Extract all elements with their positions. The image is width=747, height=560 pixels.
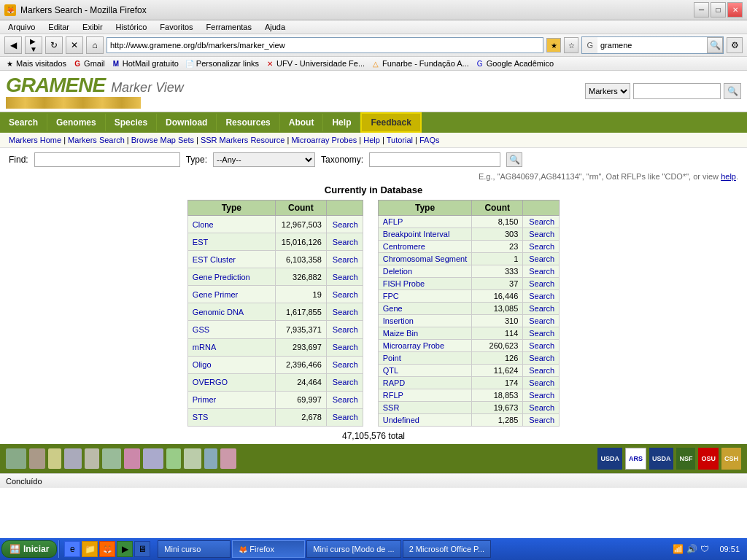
media-icon[interactable]: ▶ [117, 541, 133, 557]
close-btn[interactable]: ✕ [727, 2, 743, 18]
search-link[interactable]: Search [523, 278, 560, 290]
window-controls[interactable]: ─ □ ✕ [694, 2, 743, 18]
search-link[interactable]: Search [523, 389, 560, 402]
type-link[interactable]: Insertion [383, 316, 414, 325]
search-link[interactable]: Search [523, 265, 560, 278]
type-link[interactable]: SSR [383, 403, 400, 412]
search-link[interactable]: Search [326, 216, 363, 233]
menu-exibir[interactable]: Exibir [80, 22, 105, 32]
menu-historico[interactable]: Histórico [114, 22, 150, 32]
type-link[interactable]: Gene [383, 304, 403, 313]
bookmark-google-scholar[interactable]: G Google Acadêmico [475, 58, 554, 69]
type-link[interactable]: RFLP [383, 391, 403, 400]
type-link[interactable]: RAPD [383, 378, 406, 387]
bookmark-star[interactable]: ☆ [564, 37, 578, 53]
taskbar-item-minicurso2[interactable]: Mini curso [Modo de ... [306, 540, 400, 558]
search-link[interactable]: Search [523, 352, 560, 365]
nav-species[interactable]: Species [106, 114, 157, 131]
bookmark-gmail[interactable]: G Gmail [72, 58, 105, 69]
bookmark-hotmail[interactable]: M HotMail gratuito [111, 58, 179, 69]
bookmark-ufv[interactable]: ✕ UFV - Universidade Fe... [265, 58, 365, 69]
search-link[interactable]: Search [523, 327, 560, 340]
search-link[interactable]: Search [523, 315, 560, 327]
search-link[interactable]: Search [326, 303, 363, 321]
search-link[interactable]: Search [326, 391, 363, 408]
type-select[interactable]: --Any-- [213, 152, 315, 167]
type-link[interactable]: GSS [193, 325, 209, 334]
breadcrumb-markers-home[interactable]: Markers Home [9, 136, 61, 144]
type-link[interactable]: Gene Primer [193, 290, 238, 299]
search-link[interactable]: Search [326, 338, 363, 356]
nav-search[interactable]: Search [0, 114, 47, 131]
type-link[interactable]: AFLP [383, 217, 403, 226]
nav-about[interactable]: About [280, 114, 324, 131]
nav-genomes[interactable]: Genomes [47, 114, 106, 131]
header-search-button[interactable]: 🔍 [724, 83, 741, 99]
search-link[interactable]: Search [523, 414, 560, 427]
breadcrumb-browse-map-sets[interactable]: Browse Map Sets [131, 136, 194, 144]
nav-feedback[interactable]: Feedback [360, 112, 421, 133]
breadcrumb-tutorial[interactable]: Tutorial [387, 136, 413, 144]
header-search-select[interactable]: Markers [585, 83, 630, 99]
menu-favoritos[interactable]: Favoritos [158, 22, 195, 32]
search-link[interactable]: Search [326, 356, 363, 373]
search-link[interactable]: Search [523, 228, 560, 241]
stop-button[interactable]: ✕ [66, 36, 83, 54]
search-link[interactable]: Search [523, 365, 560, 377]
type-link[interactable]: Chromosomal Segment [383, 254, 468, 263]
breadcrumb-ssr[interactable]: SSR Markers Resource [201, 136, 285, 144]
menu-editar[interactable]: Editar [46, 22, 71, 32]
forward-button[interactable]: ▶▼ [25, 36, 42, 54]
settings-icon[interactable]: ⚙ [727, 37, 743, 53]
type-link[interactable]: Gene Prediction [193, 273, 250, 281]
breadcrumb-microarray[interactable]: Microarray Probes [291, 136, 357, 144]
back-button[interactable]: ◀ [4, 36, 22, 54]
menu-ferramentas[interactable]: Ferramentas [204, 22, 254, 32]
search-link[interactable]: Search [326, 286, 363, 303]
home-button[interactable]: ⌂ [86, 36, 104, 54]
taskbar-item-firefox[interactable]: 🦊 Firefox [232, 540, 305, 558]
breadcrumb-faqs[interactable]: FAQs [419, 136, 440, 144]
find-input[interactable] [34, 152, 180, 167]
search-link[interactable]: Search [523, 216, 560, 228]
type-link[interactable]: EST [193, 238, 208, 246]
show-desktop-icon[interactable]: 🖥 [134, 541, 150, 557]
maximize-btn[interactable]: □ [711, 2, 726, 18]
header-search-input[interactable] [633, 83, 721, 99]
ie-icon[interactable]: e [64, 541, 80, 557]
type-link[interactable]: Point [383, 354, 401, 362]
search-link[interactable]: Search [326, 251, 363, 268]
type-link[interactable]: FPC [383, 292, 399, 300]
refresh-button[interactable]: ↻ [45, 36, 63, 54]
search-link[interactable]: Search [523, 290, 560, 303]
menu-ajuda[interactable]: Ajuda [263, 22, 287, 32]
menu-arquivo[interactable]: Arquivo [6, 22, 37, 32]
browser-search-button[interactable]: 🔍 [707, 37, 723, 53]
nav-download[interactable]: Download [157, 114, 217, 131]
search-link[interactable]: Search [523, 253, 560, 265]
bookmark-personalizar[interactable]: 📄 Personalizar links [185, 58, 259, 69]
nav-help[interactable]: Help [323, 114, 360, 131]
search-link[interactable]: Search [523, 377, 560, 389]
breadcrumb-markers-search[interactable]: Markers Search [68, 136, 125, 144]
type-link[interactable]: QTL [383, 366, 398, 375]
search-link[interactable]: Search [523, 303, 560, 315]
bookmark-funarbe[interactable]: △ Funarbe - Fundação A... [371, 58, 469, 69]
search-link[interactable]: Search [326, 321, 363, 338]
type-link[interactable]: Clone [193, 220, 214, 229]
type-link[interactable]: Microarray Probe [383, 341, 444, 350]
type-link[interactable]: Oligo [193, 360, 212, 369]
search-link[interactable]: Search [523, 402, 560, 414]
search-link[interactable]: Search [326, 408, 363, 426]
search-link[interactable]: Search [523, 340, 560, 352]
breadcrumb-help[interactable]: Help [363, 136, 380, 144]
minimize-btn[interactable]: ─ [694, 2, 709, 18]
folder-icon[interactable]: 📁 [82, 541, 98, 557]
type-link[interactable]: Primer [193, 395, 216, 404]
search-link[interactable]: Search [523, 241, 560, 253]
type-link[interactable]: FISH Probe [383, 279, 425, 288]
type-link[interactable]: Centromere [383, 242, 425, 251]
browser-search-input[interactable] [597, 37, 707, 53]
help-link[interactable]: help [721, 172, 736, 181]
type-link[interactable]: Genomic DNA [193, 308, 244, 316]
